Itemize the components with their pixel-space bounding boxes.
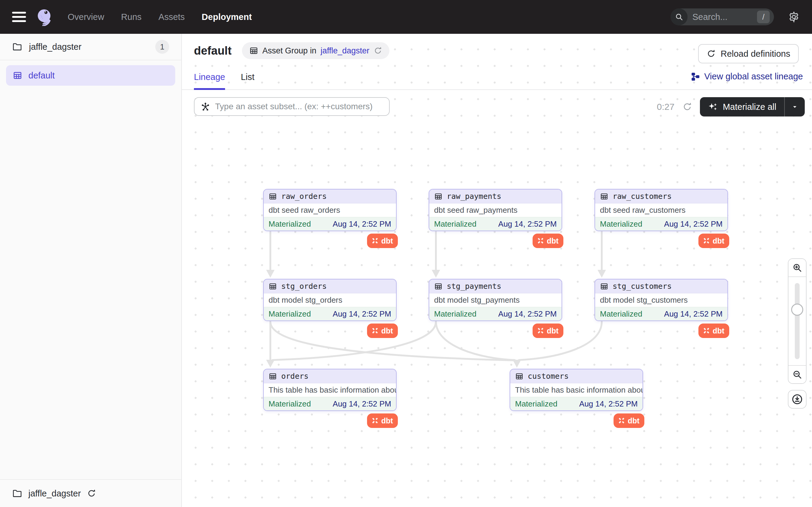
asset-node-raw_customers[interactable]: raw_customers dbt seed raw_customers Mat…	[595, 189, 728, 231]
zoom-slider-thumb[interactable]	[791, 303, 803, 316]
main-panel: default Asset Group in jaffle_dagster	[182, 34, 812, 507]
asset-name: stg_customers	[613, 282, 672, 291]
dagster-logo-icon[interactable]	[35, 8, 53, 26]
asset-node-header: stg_payments	[429, 279, 562, 293]
search-input[interactable]: Search... /	[671, 8, 774, 25]
materialization-timestamp[interactable]: Aug 14, 2:52 PM	[664, 309, 723, 319]
asset-subset-placeholder: Type an asset subset... (ex: ++customers…	[215, 102, 372, 111]
graph-toolbar-right: 0:27 Materialize all	[657, 97, 805, 116]
asset-group-icon	[249, 46, 258, 55]
sidebar-item-default[interactable]: default	[6, 65, 175, 86]
dbt-badge[interactable]: × dbt	[532, 324, 563, 338]
asset-description: dbt model stg_customers	[595, 293, 727, 307]
dbt-badge[interactable]: × dbt	[698, 324, 729, 338]
dbt-badge[interactable]: × dbt	[698, 234, 729, 248]
table-icon	[434, 282, 443, 291]
materialize-all-label: Materialize all	[723, 102, 776, 112]
asset-description: dbt seed raw_orders	[264, 204, 396, 217]
caret-down-icon	[791, 103, 799, 111]
search-placeholder: Search...	[692, 12, 757, 22]
asset-subset-input[interactable]: Type an asset subset... (ex: ++customers…	[194, 97, 390, 116]
asset-description: dbt seed raw_customers	[595, 204, 727, 217]
page-header: default Asset Group in jaffle_dagster	[182, 34, 812, 90]
view-global-asset-lineage-label: View global asset lineage	[704, 71, 803, 81]
asset-node-orders[interactable]: orders This table has basic information …	[263, 369, 397, 411]
project-name: jaffle_dagster	[29, 42, 149, 52]
asset-group-chip: Asset Group in jaffle_dagster	[242, 42, 389, 59]
asset-node-header: stg_orders	[264, 279, 396, 293]
asset-node-raw_orders[interactable]: raw_orders dbt seed raw_orders Materiali…	[263, 189, 397, 231]
gear-icon[interactable]	[788, 11, 800, 23]
nav-item-assets[interactable]: Assets	[159, 12, 185, 22]
sidebar-item-label: default	[29, 71, 55, 80]
materialization-timestamp[interactable]: Aug 14, 2:52 PM	[664, 219, 723, 229]
dbt-badge-label: dbt	[628, 416, 640, 425]
tab-lineage[interactable]: Lineage	[194, 72, 225, 90]
materialization-timestamp[interactable]: Aug 14, 2:52 PM	[333, 309, 391, 319]
zoom-out-icon	[792, 370, 802, 380]
lineage-canvas[interactable]: Type an asset subset... (ex: ++customers…	[182, 91, 812, 507]
materialization-timestamp[interactable]: Aug 14, 2:52 PM	[498, 309, 557, 319]
asset-name: customers	[528, 372, 568, 381]
dbt-logo-icon: ×	[538, 325, 544, 336]
status-badge: Materialized	[434, 219, 476, 229]
nav-item-deployment[interactable]: Deployment	[202, 12, 252, 22]
dbt-badge[interactable]: × dbt	[614, 413, 644, 428]
page-title: default	[194, 44, 232, 57]
view-tabs: Lineage List	[194, 72, 254, 90]
materialization-timestamp[interactable]: Aug 14, 2:52 PM	[579, 399, 638, 409]
dbt-badge[interactable]: × dbt	[367, 234, 398, 248]
materialize-all-button[interactable]: Materialize all	[700, 97, 805, 116]
asset-group-icon	[13, 71, 22, 80]
materialization-timestamp[interactable]: Aug 14, 2:52 PM	[498, 219, 557, 229]
refresh-icon[interactable]	[682, 102, 692, 112]
tab-list[interactable]: List	[241, 72, 254, 90]
asset-name: orders	[281, 372, 308, 381]
asset-description: This table has basic information about .…	[510, 383, 643, 397]
asset-status-row: Materialized Aug 14, 2:52 PM	[595, 307, 727, 321]
asset-description: dbt model stg_orders	[264, 293, 396, 307]
menu-icon[interactable]	[12, 12, 26, 22]
table-icon	[268, 192, 277, 201]
sidebar-project-row[interactable]: jaffle_dagster 1	[0, 34, 181, 60]
status-badge: Materialized	[268, 399, 311, 409]
export-graph-button[interactable]	[788, 390, 807, 409]
view-global-asset-lineage-link[interactable]: View global asset lineage	[691, 71, 803, 81]
status-badge: Materialized	[268, 309, 311, 319]
zoom-controls	[788, 258, 807, 409]
zoom-in-icon	[792, 263, 802, 273]
asset-status-row: Materialized Aug 14, 2:52 PM	[429, 307, 562, 321]
chip-project-link[interactable]: jaffle_dagster	[320, 46, 369, 56]
asset-node-header: stg_customers	[595, 279, 727, 293]
materialization-timestamp[interactable]: Aug 14, 2:52 PM	[333, 219, 391, 229]
dbt-badge[interactable]: × dbt	[532, 234, 563, 248]
dbt-badge-label: dbt	[547, 237, 559, 245]
materialization-timestamp[interactable]: Aug 14, 2:52 PM	[333, 399, 391, 409]
refresh-icon[interactable]	[374, 47, 382, 55]
zoom-in-button[interactable]	[789, 259, 806, 276]
table-icon	[268, 282, 277, 291]
main-nav: Overview Runs Assets Deployment	[68, 12, 252, 22]
asset-node-stg_customers[interactable]: stg_customers dbt model stg_customers Ma…	[595, 279, 728, 321]
nav-item-runs[interactable]: Runs	[121, 12, 142, 22]
zoom-slider[interactable]	[789, 276, 806, 366]
dbt-badge-label: dbt	[713, 237, 724, 245]
top-nav: Overview Runs Assets Deployment Search..…	[0, 0, 812, 34]
asset-node-stg_payments[interactable]: stg_payments dbt model stg_payments Mate…	[429, 279, 562, 321]
asset-node-customers[interactable]: customers This table has basic informati…	[510, 369, 643, 411]
asset-description: dbt seed raw_payments	[429, 204, 562, 217]
asset-node-stg_orders[interactable]: stg_orders dbt model stg_orders Material…	[263, 279, 397, 321]
dbt-badge[interactable]: × dbt	[367, 413, 398, 428]
dbt-badge[interactable]: × dbt	[367, 324, 398, 338]
nav-item-overview[interactable]: Overview	[68, 12, 104, 22]
zoom-out-button[interactable]	[789, 366, 806, 383]
asset-name: raw_orders	[281, 192, 327, 201]
asset-description: This table has basic information about .…	[264, 383, 396, 397]
dbt-logo-icon: ×	[703, 325, 710, 336]
reload-definitions-button[interactable]: Reload definitions	[698, 44, 799, 63]
asset-node-raw_payments[interactable]: raw_payments dbt seed raw_payments Mater…	[429, 189, 562, 231]
dbt-logo-icon: ×	[703, 235, 710, 246]
asset-status-row: Materialized Aug 14, 2:52 PM	[595, 217, 727, 231]
materialize-dropdown-caret[interactable]	[785, 97, 805, 116]
refresh-icon[interactable]	[87, 489, 96, 498]
